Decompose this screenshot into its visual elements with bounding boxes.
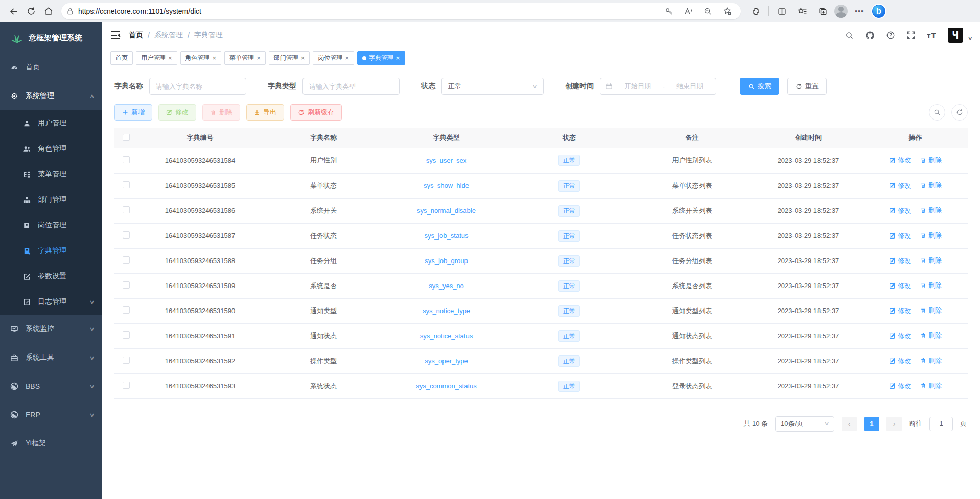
sidebar-item-yiframe[interactable]: Yi框架 <box>0 429 102 458</box>
dict-type-link[interactable]: sys_job_status <box>425 232 469 240</box>
search-button[interactable]: 搜索 <box>740 78 779 95</box>
close-icon[interactable]: × <box>345 54 349 62</box>
sidebar-item-erp[interactable]: ERP ∨ <box>0 400 102 429</box>
row-checkbox[interactable] <box>123 281 130 289</box>
row-checkbox[interactable] <box>123 206 130 213</box>
sidebar-item-bbs[interactable]: BBS ∨ <box>0 372 102 400</box>
row-delete-button[interactable]: 删除 <box>920 281 942 290</box>
collections-icon[interactable] <box>814 3 831 20</box>
sidebar-item-home[interactable]: 首页 <box>0 53 102 82</box>
url-text[interactable]: https://ccnetcore.com:1101/system/dict <box>78 7 660 15</box>
sidebar-item-menus[interactable]: 菜单管理 <box>0 161 102 187</box>
select-all-checkbox[interactable] <box>123 134 130 141</box>
row-edit-button[interactable]: 修改 <box>889 256 911 266</box>
row-edit-button[interactable]: 修改 <box>889 281 911 291</box>
dict-type-link[interactable]: sys_notice_type <box>423 307 470 315</box>
refresh-table-icon[interactable] <box>951 104 968 121</box>
sidebar-item-roles[interactable]: 角色管理 <box>0 136 102 161</box>
row-checkbox[interactable] <box>123 306 130 314</box>
sidebar-item-logs[interactable]: 日志管理 ∨ <box>0 289 102 315</box>
page-number-button[interactable]: 1 <box>864 417 879 431</box>
close-icon[interactable]: × <box>168 54 172 62</box>
row-edit-button[interactable]: 修改 <box>889 181 911 191</box>
password-key-icon[interactable] <box>660 3 678 20</box>
dict-type-link[interactable]: sys_job_group <box>425 257 468 265</box>
page-size-select[interactable]: 10条/页 ∨ <box>775 416 834 432</box>
extensions-icon[interactable] <box>747 3 764 20</box>
github-icon[interactable] <box>865 31 875 40</box>
show-search-toggle-icon[interactable] <box>929 104 945 121</box>
row-delete-button[interactable]: 删除 <box>920 356 942 365</box>
row-edit-button[interactable]: 修改 <box>889 306 911 316</box>
dict-type-link[interactable]: sys_common_status <box>416 382 477 390</box>
row-delete-button[interactable]: 删除 <box>920 256 942 265</box>
sidebar-item-params[interactable]: 参数设置 <box>0 264 102 289</box>
tab-home[interactable]: 首页 <box>110 51 133 65</box>
row-checkbox[interactable] <box>123 256 130 264</box>
refresh-cache-button[interactable]: 刷新缓存 <box>290 104 342 121</box>
more-icon[interactable]: ··· <box>851 3 868 20</box>
refresh-icon[interactable] <box>22 3 40 20</box>
row-checkbox[interactable] <box>123 156 130 163</box>
row-delete-button[interactable]: 删除 <box>920 181 942 190</box>
row-delete-button[interactable]: 删除 <box>920 306 942 315</box>
tab-users[interactable]: 用户管理× <box>136 51 177 65</box>
row-edit-button[interactable]: 修改 <box>889 357 911 366</box>
sidebar-item-tools[interactable]: 系统工具 ∨ <box>0 343 102 372</box>
close-icon[interactable]: × <box>213 54 217 62</box>
zoom-out-icon[interactable] <box>699 3 716 20</box>
sidebar-item-dict[interactable]: 字典管理 <box>0 238 102 264</box>
sidebar-item-system[interactable]: 系统管理 ∧ <box>0 82 102 110</box>
add-favorite-icon[interactable] <box>718 3 736 20</box>
dict-type-input[interactable] <box>302 78 400 95</box>
row-checkbox[interactable] <box>123 357 130 364</box>
sidebar-item-monitor[interactable]: 系统监控 ∨ <box>0 315 102 343</box>
copilot-icon[interactable]: b <box>871 4 886 19</box>
dict-type-link[interactable]: sys_user_sex <box>426 157 466 164</box>
row-edit-button[interactable]: 修改 <box>889 206 911 216</box>
favorites-icon[interactable] <box>794 3 811 20</box>
app-logo[interactable]: 意框架管理系统 <box>0 22 102 53</box>
dict-type-link[interactable]: sys_notice_status <box>420 332 473 340</box>
next-page-button[interactable]: › <box>886 417 902 431</box>
dict-name-input[interactable] <box>149 78 246 95</box>
row-checkbox[interactable] <box>123 231 130 239</box>
row-edit-button[interactable]: 修改 <box>889 156 911 165</box>
edit-button[interactable]: 修改 <box>158 104 196 121</box>
sidebar-collapse-icon[interactable] <box>110 31 121 40</box>
reset-button[interactable]: 重置 <box>787 78 827 95</box>
breadcrumb-item[interactable]: 首页 <box>129 31 143 40</box>
tab-menus[interactable]: 菜单管理× <box>224 51 266 65</box>
sidebar-item-posts[interactable]: 岗位管理 <box>0 212 102 238</box>
sidebar-item-users[interactable]: 用户管理 <box>0 110 102 136</box>
row-delete-button[interactable]: 删除 <box>920 381 942 390</box>
row-checkbox[interactable] <box>123 331 130 339</box>
row-delete-button[interactable]: 删除 <box>920 156 942 165</box>
avatar-caret-icon[interactable]: ∨ <box>967 35 973 41</box>
row-edit-button[interactable]: 修改 <box>889 382 911 391</box>
close-icon[interactable]: × <box>256 54 261 62</box>
dict-type-link[interactable]: sys_yes_no <box>429 282 464 290</box>
user-avatar[interactable]: Ч <box>948 28 963 43</box>
tab-roles[interactable]: 角色管理× <box>180 51 222 65</box>
browser-profile-avatar[interactable] <box>834 5 848 18</box>
export-button[interactable]: 导出 <box>246 104 284 121</box>
row-delete-button[interactable]: 删除 <box>920 206 942 215</box>
fullscreen-icon[interactable] <box>906 31 916 40</box>
tab-dict[interactable]: 字典管理× <box>357 51 405 65</box>
goto-page-input[interactable] <box>929 417 953 431</box>
row-delete-button[interactable]: 删除 <box>920 331 942 340</box>
tab-posts[interactable]: 岗位管理× <box>313 51 354 65</box>
dict-type-link[interactable]: sys_oper_type <box>425 357 468 365</box>
date-range-picker[interactable]: 开始日期 - 结束日期 <box>600 78 716 95</box>
close-icon[interactable]: × <box>396 54 400 62</box>
split-screen-icon[interactable] <box>773 3 790 20</box>
font-size-icon[interactable]: ᴛT <box>927 31 937 40</box>
prev-page-button[interactable]: ‹ <box>842 417 857 431</box>
row-edit-button[interactable]: 修改 <box>889 231 911 241</box>
status-select[interactable]: 正常 ∨ <box>441 78 544 95</box>
search-icon[interactable] <box>845 31 854 40</box>
row-checkbox[interactable] <box>123 382 130 389</box>
sidebar-item-depts[interactable]: 部门管理 <box>0 187 102 212</box>
read-aloud-icon[interactable] <box>680 3 697 20</box>
